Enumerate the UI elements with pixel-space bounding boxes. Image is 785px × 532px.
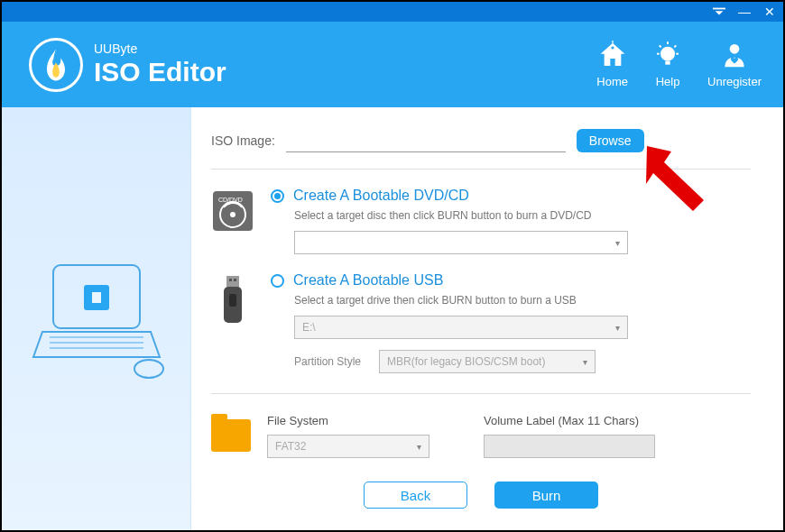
- minimize-button[interactable]: —: [738, 5, 751, 18]
- usb-drive-select[interactable]: E:\ ▾: [294, 316, 628, 339]
- lightbulb-icon: [653, 41, 682, 69]
- dvd-target-select[interactable]: ▾: [294, 231, 628, 254]
- option-usb-title: Create A Bootable USB: [293, 272, 443, 289]
- close-button[interactable]: ✕: [763, 5, 776, 18]
- chevron-down-icon: ▾: [615, 323, 620, 333]
- titlebar-dropdown-icon[interactable]: [713, 5, 725, 18]
- chevron-down-icon: ▾: [615, 238, 620, 248]
- home-icon: [598, 41, 627, 69]
- window-titlebar: — ✕: [2, 2, 783, 22]
- flame-logo-icon: [29, 38, 83, 92]
- svg-rect-4: [665, 61, 670, 65]
- folder-icon: [211, 419, 251, 452]
- svg-marker-1: [716, 11, 724, 14]
- svg-rect-13: [92, 292, 101, 303]
- dvd-icon: CD/DVD: [211, 189, 254, 233]
- partition-style-label: Partition Style: [294, 355, 361, 368]
- svg-line-9: [674, 45, 676, 47]
- nav-home[interactable]: Home: [596, 41, 628, 88]
- svg-rect-0: [713, 8, 725, 10]
- brand-text: UUByte ISO Editor: [94, 42, 226, 86]
- user-heart-icon: [720, 41, 749, 69]
- option-dvd-block: CD/DVD Create A Bootable DVD/CD Select a…: [211, 188, 751, 254]
- usb-drive-value: E:\: [302, 321, 316, 334]
- filesystem-row: File System FAT32 ▾ Volume Label (Max 11…: [211, 393, 751, 458]
- brand-name-big: ISO Editor: [94, 57, 226, 87]
- svg-rect-22: [226, 276, 239, 287]
- volume-label-input[interactable]: [484, 435, 655, 458]
- nav-unregister-label: Unregister: [707, 75, 762, 88]
- svg-point-3: [660, 47, 675, 61]
- svg-point-21: [230, 212, 236, 217]
- svg-rect-23: [229, 279, 232, 281]
- svg-point-10: [730, 44, 740, 54]
- brand-name-small: UUByte: [94, 42, 226, 56]
- chevron-down-icon: ▾: [583, 357, 587, 367]
- volume-label-label: Volume Label (Max 11 Chars): [484, 414, 655, 427]
- option-dvd-desc: Select a target disc then click BURN but…: [294, 209, 751, 222]
- action-row: Back Burn: [211, 482, 751, 509]
- nav-help-label: Help: [656, 75, 680, 88]
- filesystem-label: File System: [267, 414, 429, 427]
- filesystem-value: FAT32: [275, 440, 306, 453]
- app-header: UUByte ISO Editor Home Help: [2, 22, 783, 107]
- filesystem-select[interactable]: FAT32 ▾: [267, 435, 429, 458]
- nav-home-label: Home: [596, 75, 628, 88]
- svg-rect-26: [229, 294, 236, 307]
- body-area: ISO Image: Browse CD/DVD Create A Bootab…: [2, 107, 783, 530]
- header-nav: Home Help Unregister: [596, 41, 762, 88]
- laptop-illustration-icon: [24, 256, 169, 382]
- back-button[interactable]: Back: [364, 482, 467, 509]
- usb-icon: [211, 274, 254, 317]
- chevron-down-icon: ▾: [417, 442, 421, 452]
- nav-help[interactable]: Help: [653, 41, 682, 88]
- radio-dvd[interactable]: [271, 189, 284, 203]
- radio-usb[interactable]: [271, 274, 284, 288]
- iso-path-input[interactable]: [286, 129, 566, 152]
- partition-style-value: MBR(for legacy BIOS/CSM boot): [387, 355, 545, 368]
- logo-area: UUByte ISO Editor: [29, 38, 226, 92]
- option-usb-desc: Select a target drive then click BURN bu…: [294, 294, 751, 307]
- partition-style-select[interactable]: MBR(for legacy BIOS/CSM boot) ▾: [379, 350, 596, 373]
- svg-rect-24: [234, 279, 236, 281]
- svg-line-8: [660, 45, 661, 47]
- separator: [211, 169, 751, 170]
- main-panel: ISO Image: Browse CD/DVD Create A Bootab…: [191, 107, 783, 530]
- iso-label: ISO Image:: [211, 133, 275, 148]
- svg-point-17: [134, 360, 163, 378]
- nav-unregister[interactable]: Unregister: [707, 41, 762, 88]
- burn-button[interactable]: Burn: [494, 482, 598, 509]
- iso-row: ISO Image: Browse: [211, 129, 751, 152]
- sidebar-illustration: [2, 107, 191, 530]
- svg-point-2: [611, 46, 614, 49]
- option-dvd-title: Create A Bootable DVD/CD: [293, 188, 469, 204]
- option-usb-block: Create A Bootable USB Select a target dr…: [211, 272, 751, 373]
- browse-button[interactable]: Browse: [577, 129, 644, 152]
